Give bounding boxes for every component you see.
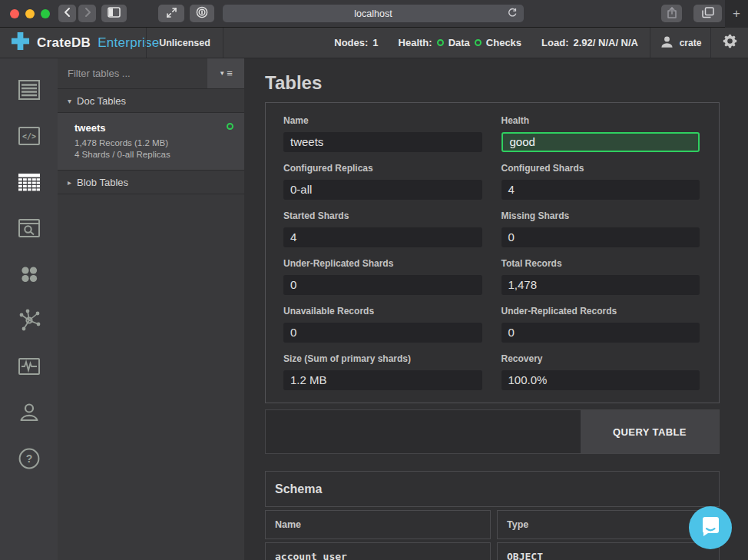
field-value: 0 — [283, 323, 482, 343]
monitoring-pulse-icon — [16, 353, 42, 383]
username: crate — [680, 38, 702, 48]
field-started-shards: Started Shards 4 — [283, 210, 482, 247]
expand-arrows-icon — [167, 8, 177, 20]
field-value: 100.0% — [501, 370, 700, 390]
table-list-item-tweets[interactable]: tweets 1,478 Records (1.2 MB) 4 Shards /… — [58, 113, 244, 171]
apps-dots-icon — [16, 261, 42, 290]
field-value: 1,478 — [501, 275, 700, 295]
field-label: Started Shards — [283, 210, 482, 221]
back-button[interactable] — [58, 5, 76, 22]
field-value: 1.2 MB — [283, 370, 482, 390]
field-label: Missing Shards — [501, 210, 700, 221]
field-label: Under-Replicated Shards — [283, 258, 482, 269]
health-checks-label: Checks — [486, 37, 521, 48]
user-menu[interactable]: crate — [650, 28, 710, 58]
field-label: Recovery — [501, 353, 700, 364]
sidebar-item-cluster[interactable] — [0, 299, 58, 345]
cluster-network-icon — [16, 307, 42, 336]
cratedb-logo-icon — [11, 31, 30, 54]
schema-cell-type: OBJECT — [497, 542, 720, 560]
sidebar-item-apps[interactable] — [0, 253, 58, 299]
minimize-window-button[interactable] — [25, 9, 35, 18]
brand: CrateDB Enterprise — [0, 28, 146, 58]
browser-toolbar: localhost + — [0, 0, 748, 28]
field-total-records: Total Records 1,478 — [501, 258, 700, 295]
plus-icon: + — [733, 6, 740, 22]
schema-section-header: Schema — [265, 471, 720, 507]
license-badge: Unlicensed — [146, 28, 223, 58]
overview-icon — [16, 77, 42, 106]
schema-col-type: Type — [497, 510, 720, 539]
schema-data-row: account_user OBJECT — [265, 542, 720, 560]
chat-launcher-button[interactable] — [689, 506, 732, 549]
nodes-stat: Nodes: 1 — [334, 37, 378, 48]
forward-button[interactable] — [78, 5, 96, 22]
zoom-window-button[interactable] — [41, 9, 50, 18]
field-unavailable-records: Unavailable Records 0 — [283, 306, 482, 343]
field-value: tweets — [283, 132, 482, 152]
sidebar-icon — [108, 7, 121, 20]
sidebar-item-console[interactable]: </> — [0, 114, 58, 161]
app-header: CrateDB Enterprise Unlicensed Nodes: 1 H… — [0, 28, 748, 58]
cluster-stats: Nodes: 1 Health: Data Checks Load: 2.92/… — [334, 28, 638, 58]
health-label: Health: — [399, 37, 432, 48]
sidebar-item-help[interactable]: ? — [0, 437, 58, 483]
browse-search-icon — [16, 215, 42, 244]
main-content: Tables Name tweets Health good Configure… — [244, 58, 748, 560]
share-icon — [667, 7, 677, 21]
browser-sidebar-toggle-button[interactable] — [101, 5, 127, 22]
health-checks-ring-icon — [475, 39, 482, 46]
filter-lines-icon: ≡ — [227, 68, 233, 79]
field-label: Configured Shards — [501, 163, 700, 174]
sidebar-item-browse[interactable] — [0, 207, 58, 253]
field-size: Size (Sum of primary shards) 1.2 MB — [283, 353, 482, 390]
query-table-button[interactable]: QUERY TABLE — [581, 410, 719, 453]
brand-name: CrateDB — [37, 35, 91, 51]
zoom-extension-button[interactable] — [158, 5, 184, 22]
close-window-button[interactable] — [10, 9, 19, 18]
nav-sidebar: </> ? — [0, 58, 58, 560]
sidebar-item-privileges[interactable] — [0, 391, 58, 437]
schema-col-name: Name — [265, 510, 491, 539]
field-under-replicated-shards: Under-Replicated Shards 0 — [283, 258, 482, 295]
field-recovery: Recovery 100.0% — [501, 353, 700, 390]
health-stat: Health: Data Checks — [399, 37, 522, 48]
new-tab-button[interactable]: + — [725, 0, 748, 28]
sidebar-item-monitoring[interactable] — [0, 345, 58, 391]
load-value: 2.92/ N/A/ N/A — [573, 37, 638, 48]
chevron-left-icon — [62, 7, 73, 20]
settings-menu[interactable] — [710, 28, 748, 58]
console-glyph: </> — [22, 132, 35, 141]
sidebar-item-tables[interactable] — [0, 161, 58, 207]
field-label: Configured Replicas — [283, 163, 482, 174]
schema-cell-name: account_user — [265, 542, 491, 560]
field-label: Under-Replicated Records — [501, 306, 700, 316]
filter-row: ▼ ≡ — [58, 58, 244, 89]
field-configured-shards: Configured Shards 4 — [501, 163, 700, 200]
doc-tables-section[interactable]: ▾ Doc Tables — [58, 89, 244, 113]
field-name: Name tweets — [283, 115, 482, 152]
field-label: Unavailable Records — [283, 306, 482, 316]
user-icon — [660, 35, 674, 51]
blob-tables-section[interactable]: ▸ Blob Tables — [58, 171, 244, 194]
caret-down-icon: ▼ — [219, 70, 225, 77]
sidebar-item-overview[interactable] — [0, 68, 58, 114]
address-bar[interactable]: localhost — [223, 5, 524, 22]
field-value: 4 — [283, 227, 482, 247]
health-data-ring-icon — [437, 39, 444, 46]
url-text: localhost — [354, 8, 392, 19]
share-button[interactable] — [661, 5, 682, 22]
field-label: Health — [501, 115, 700, 126]
filter-options-button[interactable]: ▼ ≡ — [207, 58, 244, 88]
filter-tables-input[interactable] — [58, 58, 207, 88]
caret-collapsed-icon: ▸ — [68, 178, 71, 187]
field-missing-shards: Missing Shards 0 — [501, 210, 700, 247]
password-extension-button[interactable] — [190, 5, 214, 22]
health-data-label: Data — [448, 37, 470, 48]
tab-overview-button[interactable] — [693, 5, 722, 22]
table-shards-summary: 4 Shards / 0-all Replicas — [74, 149, 233, 161]
reload-button[interactable] — [505, 7, 519, 21]
schema-header-row: Name Type — [265, 510, 720, 539]
field-value-health: good — [501, 132, 700, 152]
table-health-ring-icon — [227, 123, 233, 130]
